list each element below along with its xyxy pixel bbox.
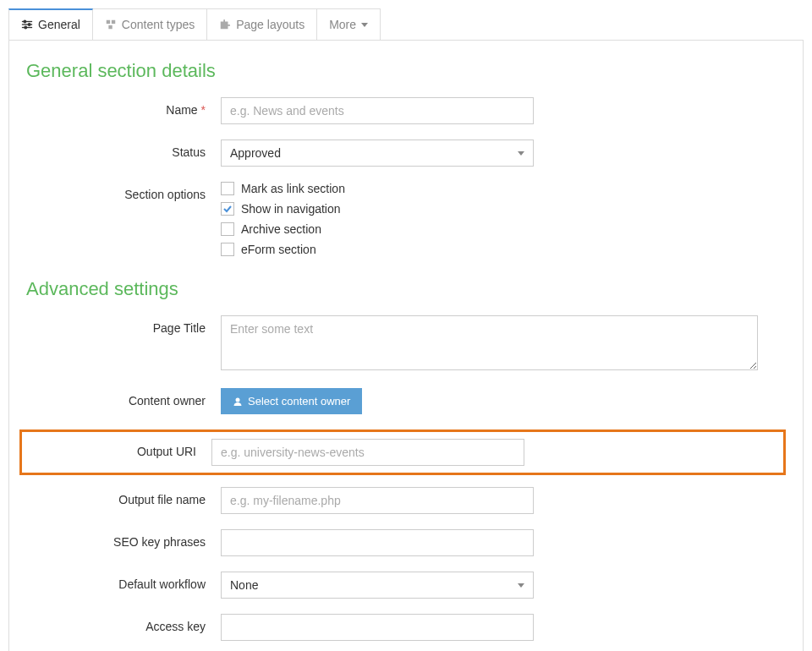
page-title-textarea[interactable] xyxy=(221,315,758,370)
default-workflow-select[interactable]: None xyxy=(221,572,534,599)
seo-key-phrases-input[interactable] xyxy=(221,529,534,556)
tabs-bar: General Content types Page layouts More xyxy=(8,8,804,41)
svg-point-5 xyxy=(25,26,27,29)
svg-point-3 xyxy=(24,20,26,23)
chevron-down-icon xyxy=(361,23,368,27)
checkbox-mark-link-label: Mark as link section xyxy=(241,182,345,195)
tab-content-types[interactable]: Content types xyxy=(92,8,207,40)
label-output-file-name: Output file name xyxy=(26,487,221,506)
row-access-key: Access key xyxy=(26,614,786,641)
label-section-options: Section options xyxy=(26,182,221,201)
row-output-file-name: Output file name xyxy=(26,487,786,514)
checkbox-archive-label: Archive section xyxy=(241,222,321,236)
access-key-input[interactable] xyxy=(221,614,534,641)
checkbox-show-nav[interactable] xyxy=(221,202,234,216)
svg-rect-7 xyxy=(112,20,115,24)
user-icon xyxy=(233,397,243,407)
tab-more[interactable]: More xyxy=(316,8,381,40)
status-select[interactable]: Approved xyxy=(221,140,534,167)
tab-page-layouts-label: Page layouts xyxy=(236,18,304,31)
row-section-options: Section options Mark as link section Sho… xyxy=(26,182,786,263)
output-uri-highlight: Output URI xyxy=(19,429,786,475)
label-status: Status xyxy=(26,140,221,159)
row-output-uri: Output URI xyxy=(22,439,773,466)
output-uri-input[interactable] xyxy=(211,439,524,466)
name-input[interactable] xyxy=(221,97,534,124)
tab-more-label: More xyxy=(329,18,356,31)
svg-rect-8 xyxy=(108,25,112,29)
label-content-owner: Content owner xyxy=(26,388,221,408)
label-output-uri: Output URI xyxy=(22,439,211,458)
label-seo: SEO key phrases xyxy=(26,529,221,549)
tab-page-layouts[interactable]: Page layouts xyxy=(206,8,317,40)
svg-rect-6 xyxy=(107,20,110,24)
general-panel: General section details Name * Status Ap… xyxy=(8,40,804,651)
row-seo: SEO key phrases xyxy=(26,529,786,556)
checkbox-eform[interactable] xyxy=(221,243,234,256)
default-workflow-value: None xyxy=(230,578,258,592)
chevron-down-icon xyxy=(518,151,524,156)
status-value: Approved xyxy=(230,146,281,160)
required-asterisk: * xyxy=(201,103,206,117)
puzzle-icon xyxy=(219,19,231,30)
cubes-icon xyxy=(105,19,117,30)
checkbox-archive[interactable] xyxy=(221,222,234,236)
row-name: Name * xyxy=(26,97,786,124)
checkbox-mark-link[interactable] xyxy=(221,182,234,195)
checkbox-eform-label: eForm section xyxy=(241,243,316,256)
tab-general-label: General xyxy=(38,18,80,31)
svg-point-4 xyxy=(28,24,30,26)
tab-content-types-label: Content types xyxy=(122,18,195,31)
heading-advanced: Advanced settings xyxy=(26,278,786,300)
svg-point-9 xyxy=(236,397,240,402)
sliders-icon xyxy=(21,19,33,30)
label-access-key: Access key xyxy=(26,614,221,633)
row-page-title: Page Title xyxy=(26,315,786,373)
output-file-name-input[interactable] xyxy=(221,487,534,514)
checkbox-show-nav-label: Show in navigation xyxy=(241,202,341,216)
tab-general[interactable]: General xyxy=(8,8,93,40)
label-page-title: Page Title xyxy=(26,315,221,335)
heading-general: General section details xyxy=(26,60,786,82)
row-content-owner: Content owner Select content owner xyxy=(26,388,786,414)
row-status: Status Approved xyxy=(26,140,786,167)
label-name: Name * xyxy=(26,97,221,117)
label-default-workflow: Default workflow xyxy=(26,572,221,591)
row-default-workflow: Default workflow None xyxy=(26,572,786,599)
chevron-down-icon xyxy=(518,583,524,588)
select-content-owner-button[interactable]: Select content owner xyxy=(221,388,362,414)
